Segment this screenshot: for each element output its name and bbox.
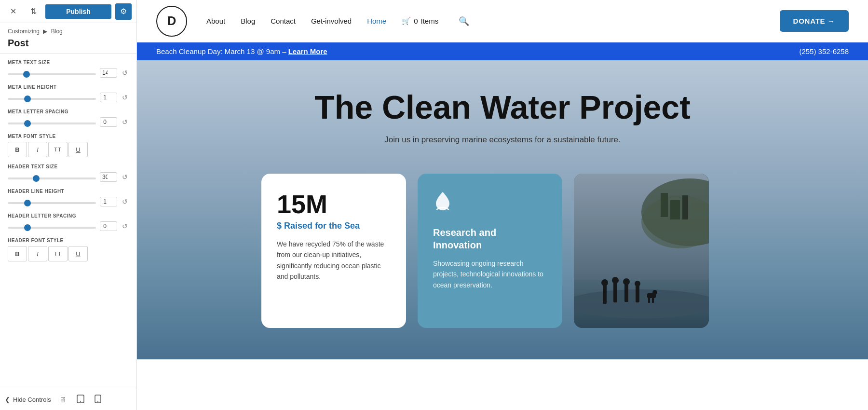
sort-button[interactable]: ⇅: [25, 3, 41, 20]
card-stat-label: $ Raised for the Sea: [277, 221, 391, 231]
meta-text-size-group: META TEXT SIZE ↺: [8, 60, 129, 78]
meta-line-height-reset[interactable]: ↺: [121, 94, 129, 101]
water-drop-icon: [433, 191, 547, 217]
header-line-height-value[interactable]: [100, 197, 117, 206]
svg-rect-14: [613, 282, 617, 302]
meta-line-height-group: META LINE HEIGHT ↺: [8, 84, 129, 102]
header-text-size-label: HEADER TEXT SIZE: [8, 164, 129, 169]
announcement-phone: (255) 352-6258: [799, 47, 849, 55]
svg-rect-23: [652, 297, 654, 303]
donate-button[interactable]: DONATE →: [780, 10, 849, 32]
header-italic-button[interactable]: I: [28, 246, 47, 261]
nav-get-involved[interactable]: Get-involved: [311, 17, 352, 25]
header-line-height-reset[interactable]: ↺: [121, 198, 129, 205]
svg-point-19: [635, 281, 640, 287]
header-line-height-slider[interactable]: [8, 202, 96, 204]
top-toolbar: ✕ ⇅ Publish ⚙: [0, 0, 136, 23]
header-line-height-group: HEADER LINE HEIGHT ↺: [8, 189, 129, 206]
cart-count: 0: [414, 17, 418, 25]
bottom-bar: ❮ Hide Controls 🖥: [0, 389, 136, 410]
meta-text-size-value[interactable]: [100, 68, 117, 78]
meta-line-height-value[interactable]: [100, 93, 117, 102]
meta-line-height-slider[interactable]: [8, 98, 96, 100]
meta-letter-spacing-reset[interactable]: ↺: [121, 118, 129, 126]
meta-font-style-label: META FONT STYLE: [8, 134, 129, 139]
search-icon[interactable]: 🔍: [459, 16, 469, 27]
header-font-style-label: HEADER FONT STYLE: [8, 238, 129, 243]
meta-text-size-label: META TEXT SIZE: [8, 60, 129, 65]
nav-contact[interactable]: Contact: [271, 17, 296, 25]
svg-point-13: [601, 279, 608, 286]
site-logo: D: [156, 6, 187, 37]
meta-tt-button[interactable]: TT: [48, 142, 68, 157]
header-text-size-group: HEADER TEXT SIZE ↺: [8, 164, 129, 182]
meta-text-size-reset[interactable]: ↺: [121, 69, 129, 77]
header-letter-spacing-label: HEADER LETTER SPACING: [8, 213, 129, 219]
announcement-bar: Beach Cleanup Day: March 13 @ 9am – Lear…: [137, 42, 868, 60]
announcement-text: Beach Cleanup Day: March 13 @ 9am – Lear…: [156, 47, 327, 55]
breadcrumb-separator: ▶: [43, 28, 49, 35]
research-card-body: Showcasing ongoing research projects, te…: [433, 258, 547, 290]
svg-point-1: [80, 401, 81, 402]
svg-rect-9: [682, 195, 688, 219]
meta-underline-button[interactable]: U: [68, 142, 88, 157]
header-text-size-slider[interactable]: [8, 178, 96, 179]
breadcrumb-current: Blog: [51, 28, 63, 35]
nav-blog[interactable]: Blog: [241, 17, 255, 25]
sort-icon: ⇅: [30, 7, 37, 16]
chevron-left-icon: ❮: [5, 396, 10, 403]
svg-point-15: [612, 277, 619, 284]
meta-line-height-label: META LINE HEIGHT: [8, 84, 129, 90]
header-underline-button[interactable]: U: [68, 246, 88, 261]
card-body-text: We have recycled 75% of the waste from o…: [277, 239, 391, 282]
hero-section: The Clean Water Project Join us in prese…: [137, 60, 868, 359]
header-letter-spacing-slider[interactable]: [8, 227, 96, 229]
cart-icon: 🛒: [402, 17, 411, 26]
svg-rect-7: [661, 193, 668, 217]
meta-font-style-group: META FONT STYLE B I TT U: [8, 134, 129, 157]
header-line-height-label: HEADER LINE HEIGHT: [8, 189, 129, 194]
mobile-view-button[interactable]: [93, 393, 103, 407]
svg-rect-22: [648, 297, 650, 303]
meta-letter-spacing-slider[interactable]: [8, 123, 96, 124]
header-letter-spacing-value[interactable]: [100, 221, 117, 231]
hero-title: The Clean Water Project: [314, 89, 691, 125]
tablet-view-button[interactable]: [74, 393, 87, 407]
cart-items-label: Items: [421, 17, 439, 25]
publish-button[interactable]: Publish: [45, 4, 111, 19]
customizer-panel: ✕ ⇅ Publish ⚙ Customizing ▶ Blog Post ME…: [0, 0, 137, 410]
image-card: [574, 174, 709, 328]
meta-bold-button[interactable]: B: [8, 142, 27, 157]
site-header: D About Blog Contact Get-involved Home 🛒…: [137, 0, 868, 42]
meta-letter-spacing-group: META LETTER SPACING ↺: [8, 109, 129, 127]
header-bold-button[interactable]: B: [8, 246, 27, 261]
hide-controls-label: Hide Controls: [13, 396, 51, 403]
close-icon: ✕: [10, 7, 16, 16]
site-preview: D About Blog Contact Get-involved Home 🛒…: [137, 0, 868, 410]
close-button[interactable]: ✕: [5, 3, 21, 20]
stat-card: 15M $ Raised for the Sea We have recycle…: [261, 174, 406, 328]
header-letter-spacing-reset[interactable]: ↺: [121, 222, 129, 230]
header-letter-spacing-group: HEADER LETTER SPACING ↺: [8, 213, 129, 231]
nav-home[interactable]: Home: [367, 17, 386, 25]
header-text-size-value[interactable]: [100, 172, 117, 182]
research-card: Research and Innovation Showcasing ongoi…: [418, 174, 562, 328]
hide-controls-button[interactable]: ❮ Hide Controls: [5, 396, 51, 403]
desktop-view-button[interactable]: 🖥: [57, 394, 68, 406]
header-font-style-group: HEADER FONT STYLE B I TT U: [8, 238, 129, 261]
breadcrumb-parent[interactable]: Customizing: [8, 28, 40, 35]
cart-area: 🛒 0 Items: [402, 17, 438, 26]
header-text-size-reset[interactable]: ↺: [121, 173, 129, 181]
meta-letter-spacing-value[interactable]: [100, 117, 117, 127]
nav-about[interactable]: About: [206, 17, 225, 25]
svg-point-11: [574, 289, 709, 318]
settings-button[interactable]: ⚙: [115, 3, 132, 20]
breadcrumb: Customizing ▶ Blog: [0, 23, 136, 37]
meta-text-size-slider[interactable]: [8, 73, 96, 75]
meta-italic-button[interactable]: I: [28, 142, 47, 157]
header-tt-button[interactable]: TT: [48, 246, 68, 261]
announcement-link[interactable]: Learn More: [288, 47, 327, 55]
svg-rect-16: [624, 284, 628, 302]
hero-subtitle: Join us in preserving marine ecosystems …: [384, 135, 620, 145]
svg-point-17: [623, 278, 630, 285]
